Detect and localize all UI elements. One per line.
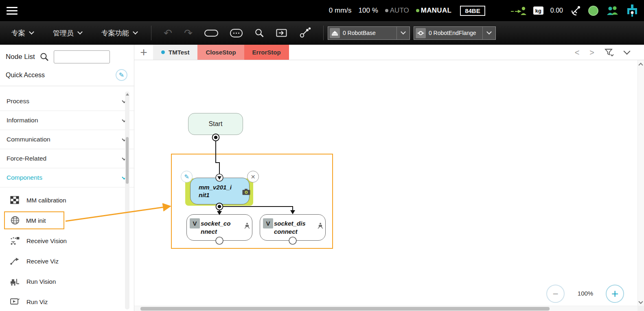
manual-mode-indicator: MANUAL (416, 7, 451, 15)
component-receive-vision[interactable]: Receive Vision (0, 231, 134, 251)
section-process[interactable]: Process (0, 92, 134, 111)
component-mm-calibration[interactable]: MM calibration (0, 190, 134, 210)
scrollbar-thumb[interactable] (126, 137, 129, 184)
receive-viz-icon (10, 257, 20, 265)
run-vision-icon (10, 277, 20, 286)
robot-base-dropdown[interactable]: 0 RobotBase (328, 26, 410, 40)
component-run-viz[interactable]: Run Viz (0, 291, 134, 311)
chevron-down-icon (29, 29, 34, 35)
start-node[interactable]: Start (188, 113, 243, 135)
robot-base-value: 0 RobotBase (343, 30, 396, 36)
sidebar-scrollbar[interactable] (125, 91, 129, 309)
quick-access-label: Quick Access (6, 72, 45, 79)
get-user-icon[interactable] (510, 5, 526, 16)
scroll-down-icon[interactable] (638, 299, 643, 304)
zoom-out-button[interactable]: − (546, 285, 565, 303)
start-out-connector[interactable] (212, 134, 219, 141)
status-indicator[interactable] (588, 6, 598, 16)
auto-mode-indicator: AUTO (385, 7, 409, 15)
tab-errorstop[interactable]: ErrorStop (244, 45, 289, 60)
component-receive-viz[interactable]: Receive Viz (0, 251, 134, 271)
search-icon[interactable] (254, 28, 264, 38)
payload-icon[interactable]: kg (533, 7, 543, 15)
kg-label: kg (533, 7, 543, 15)
node-search-input[interactable] (54, 50, 110, 63)
edit-node-button[interactable]: ✎ (181, 171, 193, 183)
globe-icon (10, 216, 20, 225)
search-icon[interactable] (39, 52, 49, 62)
chevron-down-icon (482, 27, 495, 39)
mm-init-in-connector[interactable] (216, 174, 223, 181)
users-icon[interactable] (605, 5, 619, 16)
section-information[interactable]: Information (0, 111, 134, 130)
menu-project[interactable]: 专案 (2, 21, 43, 45)
tab-tmtest[interactable]: TMTest (153, 45, 197, 60)
chevron-down-icon (133, 29, 138, 35)
next-tab-button[interactable]: > (589, 48, 594, 57)
mm-init-node[interactable]: mm_v201_init1 (190, 178, 250, 204)
calibration-grid-icon (10, 196, 20, 204)
scrollbar-corner (637, 306, 644, 311)
receive-vision-icon (10, 236, 20, 245)
robot-id-badge[interactable]: 84BE (460, 6, 485, 16)
flow-tab-bar: + TMTest CloseStop ErrorStop < > (134, 45, 644, 60)
zoom-in-button[interactable]: + (606, 285, 624, 303)
robot-end-flange-value: 0 RobotEndFlange (429, 30, 482, 36)
scroll-up-icon[interactable] (638, 63, 643, 67)
socket-connect-out-connector[interactable] (216, 237, 223, 244)
section-force-related[interactable]: Force-Related (0, 149, 134, 168)
divider (151, 26, 151, 40)
variable-badge: V (263, 218, 273, 228)
delete-node-button[interactable]: ✕ (247, 171, 259, 183)
node-label: socket_disconnect (274, 220, 307, 235)
flow-canvas[interactable]: Start mm_v201_init1 V socket_connect V s… (134, 60, 637, 306)
zoom-level: 100% (573, 290, 598, 297)
tab-closestop[interactable]: CloseStop (197, 45, 244, 60)
filter-icon[interactable] (605, 48, 614, 57)
variable-badge: V (190, 218, 200, 228)
component-run-vision[interactable]: Run Vision (0, 271, 134, 291)
menu-administrator[interactable]: 管理员 (43, 21, 92, 45)
socket-disconnect-out-connector[interactable] (289, 237, 296, 244)
menu-project-functions[interactable]: 专案功能 (92, 21, 147, 45)
chevron-down-icon (396, 27, 410, 39)
node-label: mm_v201_init1 (199, 183, 234, 199)
end-module-icon[interactable] (626, 4, 638, 17)
payload-value: 0.00 (550, 7, 563, 14)
component-module-icon (317, 222, 324, 229)
add-tab-button[interactable]: + (134, 45, 153, 60)
manual-dot-icon (416, 9, 419, 12)
robot-point-icon[interactable] (299, 27, 311, 39)
speed-readout: 0 mm/s (329, 7, 352, 15)
panel-title: Node List (6, 53, 35, 61)
set-frame-icon[interactable] (276, 28, 287, 37)
node-list-panel: Node List Quick Access ✎ Process Informa… (0, 45, 134, 311)
component-mm-init[interactable]: MM init (4, 211, 64, 229)
flow-editor: + TMTest CloseStop ErrorStop < > Start m… (134, 45, 644, 311)
canvas-vertical-scrollbar[interactable] (637, 60, 644, 306)
section-components[interactable]: Components (0, 168, 134, 187)
node-shape-icon[interactable] (204, 30, 218, 37)
prev-tab-button[interactable]: < (575, 48, 580, 57)
canvas-horizontal-scrollbar[interactable] (134, 306, 637, 311)
mm-init-out-connector[interactable] (216, 203, 223, 210)
chevron-down-icon (77, 29, 83, 35)
comment-icon[interactable] (230, 29, 243, 37)
edit-quick-access-button[interactable]: ✎ (116, 69, 127, 81)
redo-icon[interactable]: ↷ (184, 28, 193, 38)
collapse-chevron-icon[interactable] (624, 48, 631, 55)
auto-dot-icon (385, 9, 388, 12)
scrollbar-thumb[interactable] (140, 307, 550, 311)
connection-icon[interactable] (570, 5, 581, 16)
undo-icon[interactable]: ↶ (164, 28, 172, 38)
divider (323, 26, 324, 40)
scroll-up-icon[interactable] (126, 93, 129, 96)
run-viz-icon (10, 298, 20, 306)
top-status-bar: 0 mm/s 100 % AUTO MANUAL 84BE kg 0.00 (0, 0, 644, 21)
speed-percent: 100 % (359, 7, 378, 15)
vision-module-icon (242, 189, 250, 195)
robot-end-flange-dropdown[interactable]: 0 RobotEndFlange (414, 26, 496, 40)
menu-icon[interactable] (7, 7, 18, 15)
section-communication[interactable]: Communication (0, 130, 134, 149)
toolbar-menus: 专案 管理员 专案功能 (2, 21, 147, 45)
